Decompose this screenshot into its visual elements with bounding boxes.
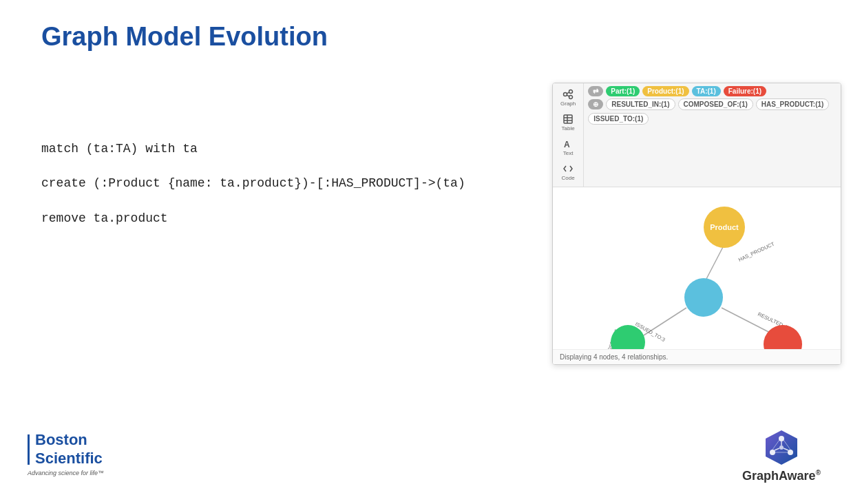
code-block: match (ta:TA) with ta create (:Product {… (41, 138, 465, 242)
svg-point-2 (569, 96, 573, 99)
tags-area: ⇄ Part:(1) Product:(1) TA:(1) Failure:(1… (584, 83, 841, 187)
svg-rect-5 (564, 115, 572, 123)
boston-text: Boston (35, 431, 103, 449)
graph-panel: Graph Table A Text (552, 83, 841, 365)
svg-point-17 (704, 207, 745, 248)
svg-point-26 (779, 445, 784, 450)
icon-column: Graph Table A Text (553, 83, 584, 187)
boston-scientific-logo: Boston Scientific Advancing science for … (28, 431, 104, 476)
logo-text-block: Boston Scientific (35, 431, 103, 468)
code-line-3: remove ta.product (41, 207, 465, 229)
code-view-icon[interactable]: Code (558, 160, 578, 184)
table-icon-label: Table (562, 125, 575, 132)
graph-icon-label: Graph (560, 101, 576, 107)
graph-toolbar: Graph Table A Text (553, 83, 841, 187)
tag-ta[interactable]: TA:(1) (692, 86, 721, 96)
table-view-icon[interactable]: Table (558, 111, 578, 134)
tag-composed-of[interactable]: COMPOSED_OF:(1) (678, 98, 753, 110)
svg-point-1 (569, 90, 573, 94)
tag-edge-toggle[interactable]: ⊕ (588, 99, 603, 109)
code-icon-label: Code (562, 175, 575, 181)
graph-canvas: HAS_PRODUCT ISSUED_TO:3 RESULTED_IN COMP… (553, 187, 841, 365)
node-tags-row: ⇄ Part:(1) Product:(1) TA:(1) Failure:(1… (588, 86, 837, 96)
text-icon-label: Text (563, 150, 574, 156)
svg-point-0 (564, 93, 567, 96)
code-line-1: match (ta:TA) with ta (41, 138, 465, 160)
page-title: Graph Model Evolution (41, 22, 328, 52)
svg-line-3 (567, 92, 569, 94)
graphaware-icon-svg (763, 429, 800, 466)
tag-has-product[interactable]: HAS_PRODUCT:(1) (756, 98, 830, 110)
code-line-2: create (:Product {name: ta.product})-[:H… (41, 172, 465, 194)
boston-tagline: Advancing science for life™ (28, 470, 104, 476)
svg-line-14 (722, 308, 772, 334)
tag-toggle-all[interactable]: ⇄ (588, 86, 603, 96)
svg-point-24 (770, 450, 775, 455)
svg-point-23 (779, 436, 784, 441)
logo-divider (28, 434, 30, 465)
edge-tags-row: ⊕ RESULTED_IN:(1) COMPOSED_OF:(1) HAS_PR… (588, 98, 837, 125)
text-view-icon[interactable]: A Text (559, 136, 577, 159)
svg-point-25 (788, 450, 793, 455)
tag-resulted-in[interactable]: RESULTED_IN:(1) (606, 98, 675, 110)
graph-view-icon[interactable]: Graph (557, 86, 579, 109)
tag-issued-to[interactable]: ISSUED_TO:(1) (588, 113, 649, 125)
svg-line-4 (567, 95, 569, 96)
tag-product[interactable]: Product:(1) (642, 86, 688, 96)
graphaware-name: GraphAware® (742, 469, 821, 483)
svg-point-19 (684, 278, 723, 317)
graph-svg: HAS_PRODUCT ISSUED_TO:3 RESULTED_IN COMP… (553, 187, 841, 365)
graphaware-logo: GraphAware® (742, 429, 821, 483)
svg-text:HAS_PRODUCT: HAS_PRODUCT (737, 241, 776, 263)
tag-failure[interactable]: Failure:(1) (724, 86, 766, 96)
graph-footer-text: Displaying 4 nodes, 4 relationships. (560, 353, 668, 361)
tag-part[interactable]: Part:(1) (606, 86, 640, 96)
svg-text:A: A (564, 140, 570, 149)
scientific-text: Scientific (35, 450, 103, 468)
svg-line-10 (706, 244, 724, 279)
graph-footer: Displaying 4 nodes, 4 relationships. (553, 349, 841, 364)
